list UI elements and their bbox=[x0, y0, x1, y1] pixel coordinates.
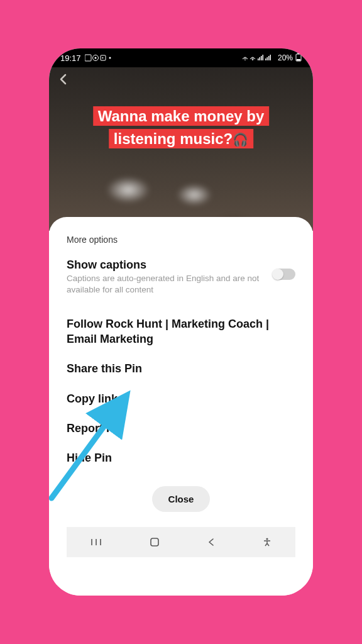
nav-back[interactable] bbox=[198, 534, 224, 550]
svg-rect-0 bbox=[85, 55, 91, 61]
hide-pin-option[interactable]: Hide Pin bbox=[67, 443, 295, 473]
svg-rect-15 bbox=[270, 55, 271, 60]
captions-toggle[interactable] bbox=[273, 269, 295, 280]
headphones-icon: 🎧 bbox=[233, 133, 248, 147]
status-time: 19:17 bbox=[60, 53, 81, 63]
svg-rect-22 bbox=[151, 538, 158, 546]
battery-icon bbox=[295, 53, 302, 64]
show-captions-row[interactable]: Show captions Captions are auto-generate… bbox=[67, 258, 295, 296]
svg-rect-11 bbox=[262, 55, 263, 60]
caption-line-2: listening music? bbox=[114, 130, 233, 147]
svg-rect-18 bbox=[297, 59, 300, 61]
show-captions-label: Show captions bbox=[67, 258, 265, 272]
nav-accessibility[interactable] bbox=[253, 533, 281, 551]
status-battery-text: 20% bbox=[278, 53, 293, 62]
caption-line-1: Wanna make money by bbox=[98, 108, 265, 125]
video-caption: Wanna make money by listening music?🎧 bbox=[65, 105, 297, 150]
copy-link-option[interactable]: Copy link bbox=[67, 384, 295, 414]
svg-rect-8 bbox=[258, 58, 259, 60]
svg-line-26 bbox=[265, 543, 267, 546]
show-captions-sub: Captions are auto-generated in English a… bbox=[67, 273, 265, 296]
svg-point-5 bbox=[109, 57, 111, 59]
status-bar: 19:17 20% bbox=[49, 48, 313, 67]
svg-rect-9 bbox=[259, 57, 260, 60]
svg-rect-13 bbox=[266, 57, 268, 60]
back-button[interactable] bbox=[58, 72, 69, 89]
svg-marker-4 bbox=[102, 57, 104, 59]
svg-rect-14 bbox=[268, 56, 270, 60]
svg-rect-10 bbox=[261, 56, 262, 60]
svg-point-23 bbox=[266, 538, 268, 540]
phone-frame: 19:17 20% bbox=[49, 48, 313, 596]
sheet-title: More options bbox=[67, 235, 295, 245]
follow-option[interactable]: Follow Rock Hunt | Marketing Coach | Ema… bbox=[67, 309, 295, 354]
svg-rect-12 bbox=[265, 58, 266, 60]
nav-home[interactable] bbox=[140, 533, 169, 552]
report-pin-option[interactable]: Report Pin bbox=[67, 414, 295, 443]
svg-point-2 bbox=[94, 57, 96, 59]
svg-marker-6 bbox=[244, 59, 246, 60]
close-button[interactable]: Close bbox=[152, 486, 211, 512]
share-pin-option[interactable]: Share this Pin bbox=[67, 354, 295, 384]
nav-recents[interactable] bbox=[81, 534, 111, 550]
more-options-sheet: More options Show captions Captions are … bbox=[49, 217, 313, 596]
status-left-icons bbox=[85, 54, 112, 62]
svg-rect-17 bbox=[297, 53, 300, 54]
pin-video-area[interactable]: Wanna make money by listening music?🎧 bbox=[49, 67, 313, 231]
android-nav-bar bbox=[67, 527, 295, 557]
svg-point-7 bbox=[252, 59, 253, 60]
status-signal-icons bbox=[241, 53, 275, 63]
svg-line-27 bbox=[267, 543, 269, 546]
